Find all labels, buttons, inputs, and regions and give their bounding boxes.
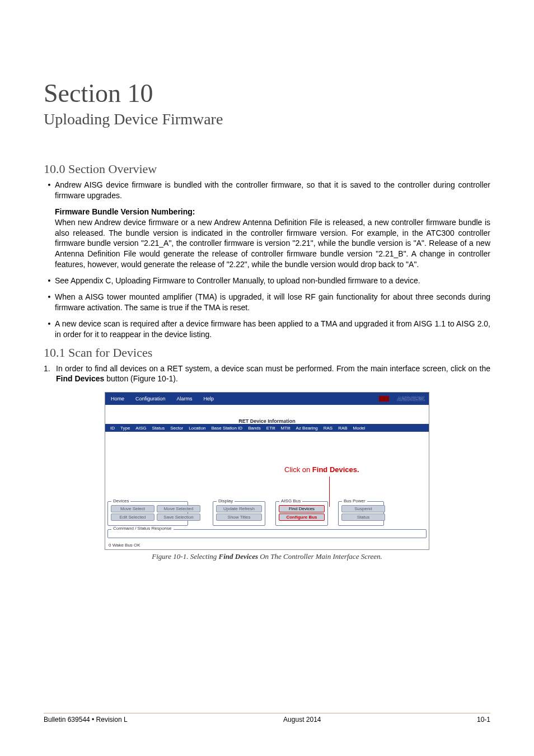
col-rab: RAB — [335, 426, 350, 431]
aisg-panel-title: AISG Bus — [279, 498, 302, 503]
callout-pre: Click on — [284, 465, 312, 474]
overview-bullet-2: See Appendix C, Uploading Firmware to Co… — [55, 276, 490, 286]
update-refresh-button[interactable]: Update Refresh — [216, 505, 262, 512]
configure-bus-button[interactable]: Configure Bus — [279, 514, 325, 521]
command-status-response: Command / Status Response — [107, 529, 427, 538]
scan-heading: 10.1 Scan for Devices — [44, 346, 490, 360]
suspend-button[interactable]: Suspend — [341, 505, 385, 512]
callout-bold: Find Devices. — [312, 465, 359, 474]
display-panel-title: Display — [217, 498, 235, 503]
move-selected-button[interactable]: Move Selected — [157, 505, 200, 512]
scan-step-1: In order to find all devices on a RET sy… — [56, 363, 490, 385]
overview-bullet-3: When a AISG tower mounted amplifier (TMA… — [55, 292, 490, 313]
section-title: Section 10 — [44, 78, 490, 108]
menu-home[interactable]: Home — [109, 396, 133, 402]
scan-step-post: button (Figure 10-1). — [104, 374, 178, 383]
devices-panel: Devices Move Select Edit Selected Move S… — [107, 501, 188, 526]
figure-caption: Figure 10-1. Selecting Find Devices On T… — [105, 552, 429, 561]
menu-bar: Home Configuration Alarms Help ANDREW. — [105, 393, 429, 405]
edit-selected-button[interactable]: Edit Selected — [111, 514, 154, 521]
step-number: 1. — [44, 363, 56, 385]
overview-bullet-1: Andrew AISG device firmware is bundled w… — [55, 180, 490, 201]
scan-step-bold: Find Devices — [56, 374, 104, 383]
col-etilt: ETilt — [264, 426, 278, 431]
bullet-dot: • — [44, 319, 55, 340]
page-footer: Bulletin 639544 • Revision L August 2014… — [44, 713, 490, 724]
col-type: Type — [118, 426, 133, 431]
logo-text: ANDREW. — [397, 396, 425, 402]
swoosh-icon — [379, 396, 396, 402]
col-location: Location — [186, 426, 208, 431]
bus-power-panel: Bus Power Suspend Status — [338, 501, 384, 526]
andrew-logo: ANDREW. — [379, 396, 425, 402]
col-id: ID — [107, 426, 118, 431]
caption-pre: Figure 10-1. Selecting — [152, 552, 218, 561]
show-titles-button[interactable]: Show Titles — [216, 514, 262, 521]
column-headers: ID Type AISG Status Sector Location Base… — [105, 424, 429, 432]
col-status: Status — [149, 426, 167, 431]
col-mtilt: MTilt — [278, 426, 293, 431]
col-ras: RAS — [321, 426, 335, 431]
footer-left: Bulletin 639544 • Revision L — [44, 716, 128, 724]
move-select-button[interactable]: Move Select — [111, 505, 154, 512]
col-bands: Bands — [245, 426, 264, 431]
overview-heading: 10.0 Section Overview — [44, 162, 490, 176]
status-button[interactable]: Status — [341, 514, 385, 521]
display-panel: Display Update Refresh Show Titles — [213, 501, 265, 526]
menu-alarms[interactable]: Alarms — [175, 396, 202, 402]
fw-bundle-body: When new Andrew device firmware or a new… — [55, 217, 490, 270]
footer-right: 10-1 — [477, 716, 490, 724]
aisg-bus-panel: AISG Bus Find Devices Configure Bus — [275, 501, 328, 526]
overview-bullet-4: A new device scan is required after a de… — [55, 319, 490, 340]
status-section-title: Command / Status Response — [111, 526, 174, 531]
col-aisg: AISG — [133, 426, 149, 431]
bullet-dot: • — [44, 180, 55, 201]
caption-post: On The Controller Main Interface Screen. — [258, 552, 382, 561]
bus-panel-title: Bus Power — [342, 498, 367, 503]
menu-help[interactable]: Help — [202, 396, 223, 402]
menu-config[interactable]: Configuration — [133, 396, 175, 402]
col-basestation: Base Station ID — [209, 426, 246, 431]
figure-10-1: Home Configuration Alarms Help ANDREW. R… — [105, 392, 429, 561]
bullet-dot: • — [44, 292, 55, 313]
fw-bundle-heading: Firmware Bundle Version Numbering: — [55, 207, 490, 217]
save-selection-button[interactable]: Save Selection — [157, 514, 200, 521]
section-subtitle: Uploading Device Firmware — [44, 110, 490, 128]
caption-bold: Find Devices — [219, 552, 258, 561]
bullet-dot: • — [44, 276, 55, 286]
footer-center: August 2014 — [283, 716, 321, 724]
callout-text: Click on Find Devices. — [284, 465, 359, 474]
controller-screenshot: Home Configuration Alarms Help ANDREW. R… — [105, 392, 429, 550]
scan-step-pre: In order to find all devices on a RET sy… — [56, 364, 490, 373]
devices-panel-title: Devices — [111, 498, 130, 503]
col-azbearing: Az Bearing — [293, 426, 321, 431]
status-text: 0 Wake Bus OK — [109, 543, 140, 548]
col-model: Model — [350, 426, 368, 431]
ret-info-title: RET Device Information — [105, 405, 429, 424]
find-devices-button[interactable]: Find Devices — [279, 505, 325, 512]
col-sector: Sector — [167, 426, 186, 431]
